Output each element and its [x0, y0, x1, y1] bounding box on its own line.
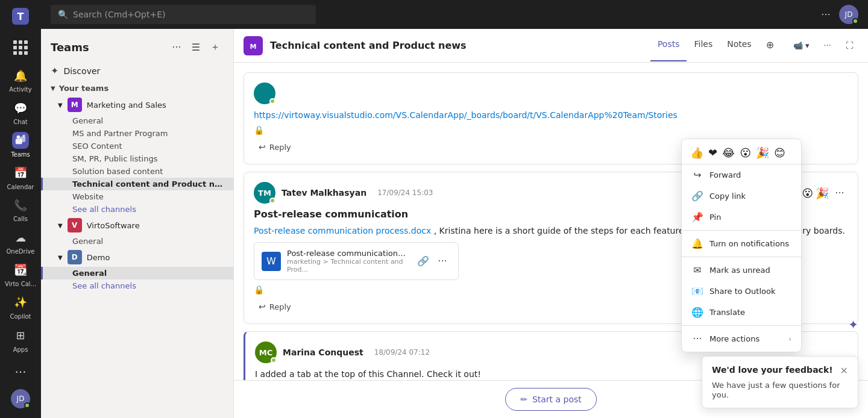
rail-calendar[interactable]: 📅 Calendar — [4, 162, 37, 192]
reaction-thumbs[interactable]: 👍 — [689, 145, 705, 160]
see-all-channels-demo[interactable]: See all channels — [41, 279, 233, 292]
lock-icon: 🔒 — [254, 125, 264, 135]
msg2-reply-btn[interactable]: ↩ Reply — [254, 299, 296, 314]
msg1-reply-label: Reply — [269, 143, 291, 152]
msg1-reply-btn[interactable]: ↩ Reply — [254, 140, 296, 154]
search-icon: 🔍 — [58, 10, 68, 19]
reaction-more-icon[interactable]: 😊 — [773, 145, 787, 160]
reaction-heart[interactable]: ❤️ — [707, 145, 719, 160]
chat-icon: 💬 — [12, 99, 29, 116]
team-marketing-header[interactable]: ▼ M Marketing and Sales — [41, 95, 233, 114]
rail-onedrive[interactable]: ☁ OneDrive — [4, 227, 37, 257]
user-status-indicator — [24, 402, 30, 408]
discover-row[interactable]: ✦ Discover — [41, 60, 233, 81]
attachment-more-btn[interactable]: ··· — [434, 253, 451, 270]
msg2-avatar: TM — [254, 182, 275, 204]
rail-copilot[interactable]: ✨ Copilot — [4, 292, 37, 322]
marketing-channel-list: General MS and Partner Program SEO Conte… — [41, 114, 233, 216]
svg-rect-3 — [20, 137, 25, 142]
user-avatar[interactable]: JD — [11, 389, 30, 408]
tab-add[interactable]: ⊕ — [759, 30, 781, 61]
rail-onedrive-label: OneDrive — [6, 248, 34, 255]
tab-files[interactable]: Files — [687, 30, 720, 61]
demo-channel-list: General See all channels — [41, 267, 233, 292]
menu-more-actions[interactable]: ··· More actions › — [682, 328, 801, 349]
attachment-path: marketing > Technical content and Prod..… — [287, 258, 409, 273]
onedrive-icon: ☁ — [12, 229, 29, 246]
mark-unread-icon: ✉ — [691, 264, 703, 276]
menu-pin[interactable]: 📌 Pin — [682, 207, 801, 228]
menu-share-outlook[interactable]: 📧 Share to Outlook — [682, 281, 801, 302]
more-options-btn[interactable]: ··· — [817, 6, 834, 23]
rail-virtocal[interactable]: 📆 Virto Cal... — [4, 260, 37, 290]
rail-virtocal-label: Virto Cal... — [5, 281, 36, 287]
discover-icon: ✦ — [51, 65, 58, 76]
menu-notifications[interactable]: 🔔 Turn on notifications — [682, 233, 801, 254]
msg2-doc-link[interactable]: Post-release communication process.docx — [254, 226, 431, 236]
feedback-close-btn[interactable]: ✕ — [840, 365, 848, 376]
msg1-link[interactable]: https://virtoway.visualstudio.com/VS.Cal… — [254, 110, 678, 120]
virto-channel-list: General — [41, 235, 233, 248]
rail-apps-label: Apps — [13, 346, 28, 353]
msg2-more-btn[interactable]: ··· — [831, 184, 848, 201]
channel-general[interactable]: General — [41, 114, 233, 127]
search-box[interactable]: 🔍 Search (Cmd+Opt+E) — [51, 5, 316, 24]
start-post-button[interactable]: ✏ Start a post — [505, 388, 597, 411]
header-more-btn[interactable]: ··· — [819, 39, 836, 52]
rail-copilot-label: Copilot — [10, 313, 31, 320]
msg1-body: https://virtoway.visualstudio.com/VS.Cal… — [254, 109, 848, 122]
channel-ms-partner[interactable]: MS and Partner Program — [41, 127, 233, 140]
msg1-status — [269, 98, 275, 104]
expand-btn[interactable]: ⛶ — [841, 39, 858, 52]
user-profile-avatar[interactable]: JD — [839, 5, 858, 24]
rail-apps-grid[interactable] — [4, 33, 37, 63]
team-demo-header[interactable]: ▼ D Demo — [41, 248, 233, 267]
team-virto-header[interactable]: ▼ V VirtoSoftware — [41, 216, 233, 235]
rail-chat[interactable]: 💬 Chat — [4, 98, 37, 128]
channel-website[interactable]: Website — [41, 190, 233, 203]
channel-solution[interactable]: Solution based content — [41, 165, 233, 178]
menu-mark-unread[interactable]: ✉ Mark as unread — [682, 260, 801, 281]
rail-apps[interactable]: ⊞ Apps — [4, 324, 37, 355]
rail-activity[interactable]: 🔔 Activity — [4, 65, 37, 95]
rail-calls[interactable]: 📞 Calls — [4, 195, 37, 225]
teams-icon — [12, 132, 29, 149]
sidebar-more-btn[interactable]: ··· — [168, 39, 185, 55]
copy-link-icon: 🔗 — [691, 190, 703, 202]
your-teams-header[interactable]: ▼ Your teams — [41, 81, 233, 95]
menu-translate[interactable]: 🌐 Translate — [682, 302, 801, 323]
channel-vs-general[interactable]: General — [41, 235, 233, 248]
rail-calendar-label: Calendar — [7, 184, 34, 190]
menu-forward[interactable]: ↪ Forward — [682, 164, 801, 186]
attachment-link-btn[interactable]: 🔗 — [415, 253, 432, 270]
reply-icon: ↩ — [259, 142, 266, 152]
rail-teams[interactable]: Teams — [4, 130, 37, 160]
channel-demo-general[interactable]: General — [41, 267, 233, 279]
forward-icon: ↪ — [691, 169, 703, 181]
more-actions-arrow-icon: › — [788, 335, 791, 343]
quick-celebration-icon[interactable]: 🎉 — [816, 187, 829, 199]
reaction-celebrate[interactable]: 🎉 — [755, 145, 770, 160]
sidebar-filter-btn[interactable]: ☰ — [187, 39, 204, 55]
msg1-avatar — [254, 83, 275, 104]
tab-notes[interactable]: Notes — [720, 30, 758, 61]
reaction-wow[interactable]: 😮 — [738, 145, 752, 160]
channel-seo[interactable]: SEO Content — [41, 140, 233, 152]
sidebar-add-btn[interactable]: ＋ — [207, 39, 224, 55]
channel-sm-pr[interactable]: SM, PR, Public listings — [41, 152, 233, 165]
copilot-icon: ✨ — [12, 294, 29, 311]
see-all-channels-marketing[interactable]: See all channels — [41, 203, 233, 216]
profile-status-indicator — [852, 18, 858, 24]
start-post-label: Start a post — [532, 395, 582, 404]
magic-button[interactable]: ✦ — [848, 317, 858, 332]
team-demo: ▼ D Demo General See all channels — [41, 248, 233, 292]
channel-tech-content[interactable]: Technical content and Product news — [41, 178, 233, 190]
quick-wow-icon[interactable]: 😮 — [802, 187, 813, 199]
menu-copy-link[interactable]: 🔗 Copy link — [682, 186, 801, 207]
navigation-rail: T 🔔 Activity 💬 Chat — [0, 0, 41, 418]
marketing-sales-logo: M — [68, 98, 82, 112]
tab-posts[interactable]: Posts — [650, 30, 687, 61]
video-call-btn[interactable]: 📹 ▾ — [788, 39, 814, 52]
rail-more-options[interactable]: ··· — [4, 360, 37, 384]
reaction-laugh[interactable]: 😂 — [721, 145, 736, 160]
